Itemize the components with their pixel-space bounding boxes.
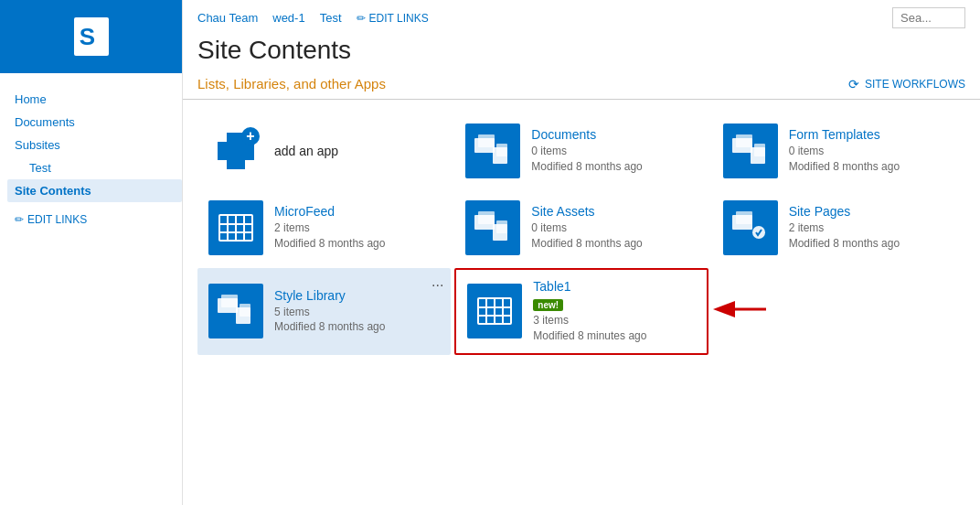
table1-meta: 3 items Modified 8 minutes ago (533, 313, 695, 344)
arrow-annotation (711, 295, 771, 327)
main-content: Chau Team wed-1 Test ✏ EDIT LINKS Site C… (183, 0, 980, 505)
add-app-icon: + (208, 124, 263, 178)
app-tile-style-library[interactable]: Style Library 5 items Modified 8 months … (197, 268, 451, 355)
form-templates-meta: 0 items Modified 8 months ago (789, 144, 954, 175)
table1-new-badge: new! (533, 299, 563, 311)
sidebar-edit-links[interactable]: ✏ EDIT LINKS (0, 202, 182, 226)
site-pages-name: Site Pages (789, 204, 954, 219)
search-input[interactable] (892, 7, 965, 28)
documents-meta: 0 items Modified 8 months ago (531, 144, 697, 175)
site-pages-meta: 2 items Modified 8 months ago (789, 220, 954, 252)
svg-rect-4 (478, 134, 495, 147)
app-tile-site-assets[interactable]: Site Assets 0 items Modified 8 months ag… (454, 191, 708, 264)
sidebar: S › Home Documents Subsites Test Site Co… (0, 0, 183, 505)
app-tile-documents[interactable]: Documents 0 items Modified 8 months ago (454, 114, 708, 188)
svg-rect-18 (478, 211, 495, 224)
table1-name: Table1 (533, 279, 695, 294)
style-library-meta: 5 items Modified 8 months ago (274, 305, 440, 336)
app-tile-table1[interactable]: Table1 new! 3 items Modified 8 minutes a… (454, 268, 708, 355)
sp-arrow-icon: › (97, 27, 102, 47)
sidebar-item-subsites[interactable]: Subsites (15, 134, 182, 156)
documents-icon (465, 124, 520, 178)
sidebar-item-site-contents[interactable]: Site Contents (7, 179, 182, 202)
sidebar-item-home[interactable]: Home (15, 88, 182, 111)
site-assets-info: Site Assets 0 items Modified 8 months ag… (531, 204, 697, 252)
microfeed-info: MicroFeed 2 items Modified 8 months ago (274, 204, 440, 252)
breadcrumb-test[interactable]: Test (320, 11, 342, 25)
documents-info: Documents 0 items Modified 8 months ago (531, 127, 697, 175)
svg-rect-25 (221, 295, 238, 307)
svg-rect-27 (240, 304, 250, 317)
site-assets-name: Site Assets (531, 204, 697, 219)
microfeed-meta: 2 items Modified 8 months ago (274, 220, 440, 252)
site-workflows-button[interactable]: ⟳ SITE WORKFLOWS (848, 77, 965, 91)
form-templates-icon (723, 124, 778, 178)
pencil-icon: ✏ (15, 213, 24, 226)
pencil-icon-nav: ✏ (357, 12, 366, 25)
site-assets-icon (465, 200, 520, 255)
add-app-tile[interactable]: + add an app (197, 114, 451, 188)
table1-info: Table1 new! 3 items Modified 8 minutes a… (533, 279, 695, 344)
documents-name: Documents (531, 127, 697, 142)
style-library-info: Style Library 5 items Modified 8 months … (274, 288, 440, 336)
svg-rect-8 (736, 134, 752, 147)
top-nav-edit-links[interactable]: ✏ EDIT LINKS (357, 12, 429, 25)
app-tile-microfeed[interactable]: MicroFeed 2 items Modified 8 months ago (197, 191, 451, 264)
app-tile-site-pages[interactable]: Site Pages 2 items Modified 8 months ago (712, 191, 965, 264)
site-assets-meta: 0 items Modified 8 months ago (531, 220, 697, 252)
sharepoint-logo: S › (64, 14, 119, 59)
form-templates-name: Form Templates (789, 127, 954, 142)
style-library-icon (208, 284, 263, 338)
top-nav: Chau Team wed-1 Test ✏ EDIT LINKS (183, 0, 980, 32)
page-title: Site Contents (183, 32, 980, 76)
site-pages-info: Site Pages 2 items Modified 8 months ago (789, 204, 954, 252)
style-library-name: Style Library (274, 288, 440, 303)
table1-icon (467, 284, 522, 338)
sidebar-item-documents[interactable]: Documents (15, 111, 182, 134)
svg-rect-10 (754, 144, 765, 156)
section-title: Lists, Libraries, and other Apps (197, 76, 386, 91)
sidebar-logo: S › (0, 0, 182, 73)
svg-rect-22 (736, 211, 752, 224)
app-grid: + add an app Documents 0 items Modified … (183, 114, 980, 355)
svg-text:+: + (246, 128, 254, 144)
breadcrumb-wed-1[interactable]: wed-1 (272, 11, 304, 25)
site-pages-icon (723, 200, 778, 255)
sidebar-item-test[interactable]: Test (15, 156, 182, 179)
add-app-label: add an app (274, 144, 338, 158)
sidebar-nav: Home Documents Subsites Test Site Conten… (0, 88, 182, 202)
app-tile-form-templates[interactable]: Form Templates 0 items Modified 8 months… (712, 114, 965, 188)
svg-rect-20 (496, 220, 507, 233)
microfeed-icon (208, 200, 263, 255)
form-templates-info: Form Templates 0 items Modified 8 months… (789, 127, 954, 175)
section-header: Lists, Libraries, and other Apps ⟳ SITE … (183, 76, 980, 100)
sp-s-letter: S › (74, 17, 109, 56)
microfeed-name: MicroFeed (274, 204, 440, 219)
breadcrumb-chau-team[interactable]: Chau Team (197, 11, 258, 25)
svg-rect-6 (496, 144, 507, 156)
breadcrumb: Chau Team wed-1 Test (197, 11, 342, 25)
workflows-icon: ⟳ (848, 77, 859, 91)
app-context-menu-dots[interactable]: ··· (431, 277, 443, 294)
